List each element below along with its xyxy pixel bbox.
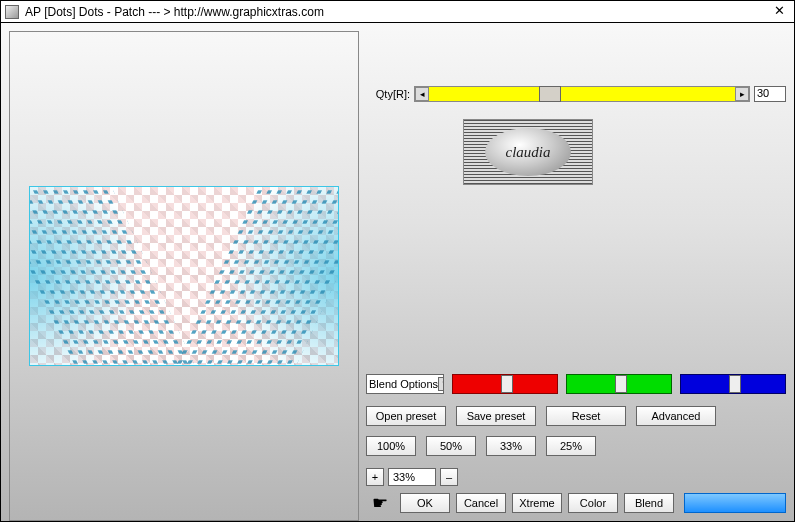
color-button[interactable]: Color: [568, 493, 618, 513]
preset-row: Open preset Save preset Reset Advanced: [366, 406, 786, 426]
advanced-button[interactable]: Advanced: [636, 406, 716, 426]
blend-options-select[interactable]: Blend Options ▼: [366, 374, 444, 394]
qty-left-arrow-icon[interactable]: ◂: [415, 87, 429, 101]
qty-track[interactable]: [429, 87, 735, 101]
blend-options-label: Blend Options: [369, 378, 438, 390]
xtreme-button[interactable]: Xtreme: [512, 493, 562, 513]
color-swatch[interactable]: [684, 493, 786, 513]
dialog-window: AP [Dots] Dots - Patch --- > http://www.…: [0, 0, 795, 522]
zoom-50-button[interactable]: 50%: [426, 436, 476, 456]
qty-row: Qty[R]: ◂ ▸ 30: [366, 86, 786, 102]
client-area: Qty[R]: ◂ ▸ 30 claudia Blend Options ▼: [1, 23, 794, 521]
author-logo-text: claudia: [485, 128, 571, 176]
hand-pointer-icon: ☛: [366, 493, 394, 513]
rgb-row: Blend Options ▼: [366, 374, 786, 394]
qty-thumb[interactable]: [539, 86, 561, 102]
scale-plus-button[interactable]: +: [366, 468, 384, 486]
open-preset-button[interactable]: Open preset: [366, 406, 446, 426]
preview-panel: [9, 31, 359, 521]
scale-value[interactable]: 33%: [388, 468, 436, 486]
close-icon[interactable]: ✕: [768, 3, 790, 21]
zoom-33-button[interactable]: 33%: [486, 436, 536, 456]
app-icon: [5, 5, 19, 19]
save-preset-button[interactable]: Save preset: [456, 406, 536, 426]
chevron-down-icon[interactable]: ▼: [438, 377, 444, 391]
green-slider[interactable]: [566, 374, 672, 394]
window-title: AP [Dots] Dots - Patch --- > http://www.…: [25, 5, 768, 19]
titlebar[interactable]: AP [Dots] Dots - Patch --- > http://www.…: [1, 1, 794, 23]
scale-minus-button[interactable]: –: [440, 468, 458, 486]
zoom-row: 100% 50% 33% 25%: [366, 436, 786, 456]
qty-slider[interactable]: ◂ ▸: [414, 86, 750, 102]
author-logo: claudia: [463, 119, 593, 185]
red-thumb[interactable]: [501, 375, 513, 393]
cancel-button[interactable]: Cancel: [456, 493, 506, 513]
reset-button[interactable]: Reset: [546, 406, 626, 426]
red-slider[interactable]: [452, 374, 558, 394]
controls-panel: Qty[R]: ◂ ▸ 30 claudia Blend Options ▼: [366, 31, 786, 513]
scale-row: + 33% –: [366, 468, 458, 486]
qty-label: Qty[R]:: [366, 88, 410, 100]
blend-button[interactable]: Blend: [624, 493, 674, 513]
zoom-100-button[interactable]: 100%: [366, 436, 416, 456]
zoom-25-button[interactable]: 25%: [546, 436, 596, 456]
ok-button[interactable]: OK: [400, 493, 450, 513]
blue-slider[interactable]: [680, 374, 786, 394]
preview-image: [29, 186, 339, 366]
blue-thumb[interactable]: [729, 375, 741, 393]
qty-right-arrow-icon[interactable]: ▸: [735, 87, 749, 101]
green-thumb[interactable]: [615, 375, 627, 393]
preview-overlay: [30, 187, 338, 365]
bottom-row: ☛ OK Cancel Xtreme Color Blend: [366, 493, 786, 513]
qty-value-input[interactable]: 30: [754, 86, 786, 102]
